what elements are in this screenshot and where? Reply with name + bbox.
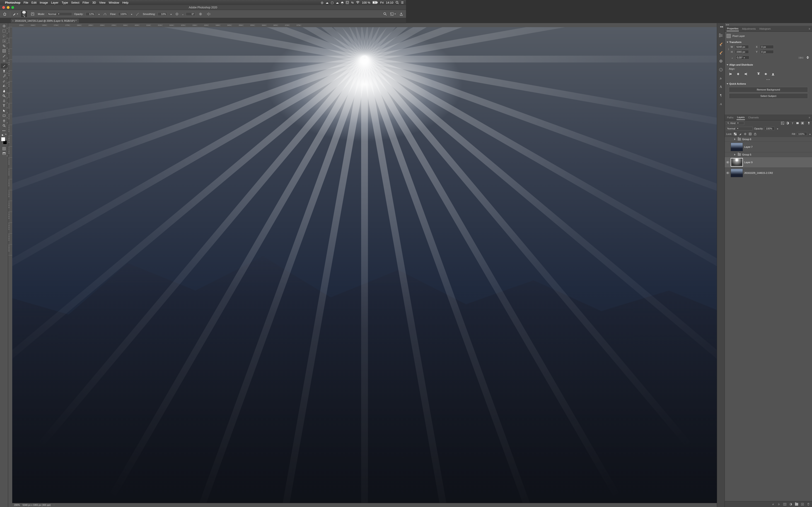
status-a-icon[interactable]: A xyxy=(346,1,349,4)
menu-edit[interactable]: Edit xyxy=(32,1,37,4)
status-cc-icon[interactable]: ◎ xyxy=(321,1,323,4)
window-close-button[interactable] xyxy=(2,6,5,9)
mac-menubar: Photoshop File Edit Image Layer Type Sel… xyxy=(0,0,406,5)
rectangle-tool[interactable] xyxy=(1,113,7,118)
smoothing-label: Smoothing: xyxy=(143,13,155,15)
spotlight-icon[interactable] xyxy=(396,1,399,4)
object-selection-tool[interactable] xyxy=(1,39,7,44)
brush-preset-picker[interactable]: 67 xyxy=(20,11,28,17)
path-selection-tool[interactable] xyxy=(1,108,7,113)
menu-type[interactable]: Type xyxy=(62,1,68,4)
svg-point-22 xyxy=(4,61,4,61)
svg-rect-3 xyxy=(377,2,378,3)
opacity-slider-toggle[interactable] xyxy=(97,13,100,15)
svg-point-4 xyxy=(396,1,398,3)
options-bar: 67 Mode: Normal Opacity: 12% Flow: 100% … xyxy=(0,10,406,18)
menu-image[interactable]: Image xyxy=(40,1,48,4)
pressure-opacity-button[interactable] xyxy=(102,11,108,17)
svg-point-11 xyxy=(384,13,386,15)
edit-toolbar-button[interactable]: ••• xyxy=(1,128,7,133)
flow-input[interactable]: 100% xyxy=(118,12,128,16)
move-tool[interactable] xyxy=(1,23,7,29)
status-screen-icon[interactable]: ▢ xyxy=(331,1,334,4)
eraser-tool[interactable] xyxy=(1,78,7,83)
clock-time[interactable]: 14:10 xyxy=(386,1,393,4)
wifi-icon[interactable] xyxy=(356,1,360,4)
svg-rect-28 xyxy=(2,134,3,136)
brush-size-value: 67 xyxy=(23,14,25,16)
menu-filter[interactable]: Filter xyxy=(83,1,89,4)
symmetry-button[interactable] xyxy=(206,11,212,17)
svg-rect-13 xyxy=(391,13,393,15)
workspace-switcher[interactable] xyxy=(390,11,396,17)
frame-tool[interactable] xyxy=(1,48,7,53)
svg-line-12 xyxy=(386,14,387,15)
airbrush-button[interactable] xyxy=(135,11,141,17)
canvas[interactable] xyxy=(12,27,406,253)
menu-layer[interactable]: Layer xyxy=(51,1,58,4)
svg-point-16 xyxy=(3,35,5,37)
svg-point-24 xyxy=(4,101,4,101)
control-center-icon[interactable]: ☰ xyxy=(401,1,404,4)
tools-panel: T ••• xyxy=(0,23,8,253)
healing-brush-tool[interactable] xyxy=(1,58,7,63)
color-swatches[interactable] xyxy=(1,137,7,145)
menu-file[interactable]: File xyxy=(23,1,28,4)
lasso-tool[interactable] xyxy=(1,34,7,39)
battery-text: 100 % xyxy=(362,1,370,4)
screen-mode-button[interactable] xyxy=(1,151,7,156)
svg-point-26 xyxy=(3,124,5,126)
pen-tool[interactable] xyxy=(1,98,7,103)
swap-colors-icon[interactable] xyxy=(1,133,7,136)
angle-label: ⦟ xyxy=(182,13,184,15)
hand-tool[interactable] xyxy=(1,118,7,123)
menu-3d[interactable]: 3D xyxy=(92,1,96,4)
svg-point-0 xyxy=(358,3,358,4)
clone-stamp-tool[interactable] xyxy=(1,68,7,73)
blur-tool[interactable] xyxy=(1,88,7,93)
svg-rect-25 xyxy=(3,115,5,117)
angle-input[interactable]: 0° xyxy=(186,12,195,16)
share-button[interactable] xyxy=(398,11,404,17)
zoom-tool[interactable] xyxy=(1,123,7,128)
svg-rect-29 xyxy=(3,133,5,135)
smoothing-slider-toggle[interactable] xyxy=(169,13,172,15)
tool-preset-picker[interactable] xyxy=(12,11,18,17)
brush-tool[interactable] xyxy=(1,63,7,68)
flow-slider-toggle[interactable] xyxy=(130,13,132,15)
eyedropper-tool[interactable] xyxy=(1,53,7,58)
search-button[interactable] xyxy=(382,11,388,17)
window-zoom-button[interactable] xyxy=(11,6,14,9)
gradient-tool[interactable] xyxy=(1,83,7,88)
menu-select[interactable]: Select xyxy=(71,1,79,4)
svg-point-8 xyxy=(176,13,177,14)
quick-mask-button[interactable] xyxy=(1,146,7,151)
menu-window[interactable]: Window xyxy=(109,1,119,4)
close-tab-icon[interactable]: × xyxy=(12,20,14,22)
marquee-tool[interactable] xyxy=(1,29,7,34)
menu-help[interactable]: Help xyxy=(122,1,129,4)
opacity-input[interactable]: 12% xyxy=(86,12,95,16)
svg-line-5 xyxy=(398,3,399,4)
document-tab[interactable]: × 20161029_144720-2.psd @ 200% (Layer 9,… xyxy=(11,18,79,23)
blend-mode-select[interactable]: Normal xyxy=(47,12,72,16)
smoothing-options-button[interactable] xyxy=(174,11,180,17)
menu-view[interactable]: View xyxy=(99,1,106,4)
pressure-size-button[interactable] xyxy=(198,11,203,17)
home-button[interactable] xyxy=(2,11,8,17)
dodge-tool[interactable] xyxy=(1,93,7,98)
app-name[interactable]: Photoshop xyxy=(5,1,20,4)
status-sync-icon[interactable]: ⇆ xyxy=(351,1,354,4)
status-app-icon[interactable]: ☁ xyxy=(336,1,339,4)
status-shield-icon[interactable]: ◓ xyxy=(341,1,344,4)
window-minimize-button[interactable] xyxy=(7,6,9,9)
window-titlebar: Adobe Photoshop 2020 xyxy=(0,5,406,10)
crop-tool[interactable] xyxy=(1,44,7,48)
clock-day[interactable]: Fri xyxy=(380,1,384,4)
brush-settings-button[interactable] xyxy=(30,11,36,17)
foreground-color[interactable] xyxy=(1,137,5,141)
history-brush-tool[interactable] xyxy=(1,73,7,78)
status-cloud-icon[interactable]: ☁ xyxy=(325,1,328,4)
type-tool[interactable]: T xyxy=(1,103,7,108)
smoothing-input[interactable]: 10% xyxy=(158,12,167,16)
